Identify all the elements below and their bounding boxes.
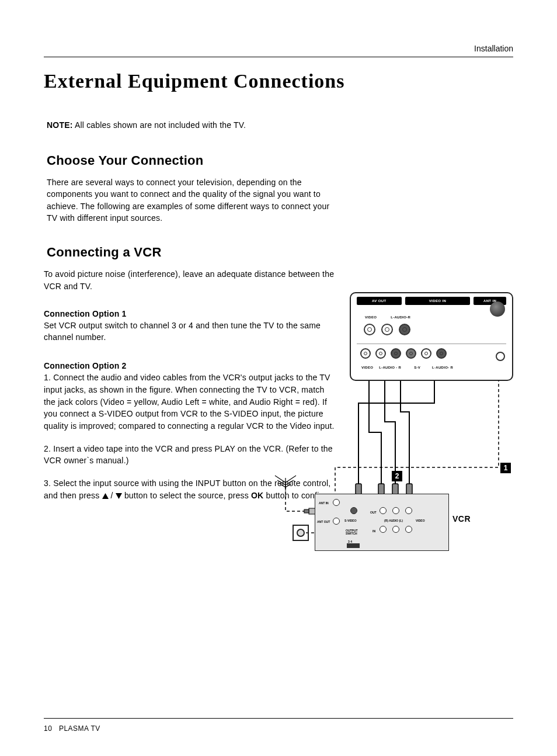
vcr-rear-panel: ANT IN ANT OUT S-VIDEO OUT IN (R) AUDIO …: [315, 494, 449, 551]
lbl-video-in: VIDEO: [361, 366, 373, 369]
vcr-svideo-port-icon: [350, 507, 357, 514]
svideo-jack-icon: [406, 348, 416, 359]
lbl-laudior-in: L-AUDIO - R: [379, 366, 401, 369]
page-footer: 10 PLASMA TV: [44, 718, 513, 733]
tv-rear-panel: AV OUT VIDEO IN ANT IN VIDEO L-AUDIO-R: [350, 292, 513, 381]
choose-body: There are several ways to connect your t…: [47, 176, 333, 224]
tv-in-jacks: [360, 348, 447, 359]
product-name: PLASMA TV: [59, 724, 100, 733]
jack-icon: [381, 324, 393, 335]
note-line: NOTE: All cables shown are not included …: [47, 120, 513, 130]
page-number: 10: [44, 724, 52, 733]
vcr-heading: Connecting a VCR: [47, 245, 513, 260]
vcr-port-icon: [405, 526, 412, 533]
header-section-label: Installation: [44, 44, 513, 53]
vcr-switch-label: OUTPUT SWITCH: [346, 529, 358, 535]
lbl-laudior-2: L-AUDIO- R: [432, 366, 453, 369]
tv-avout-label: AV OUT: [357, 297, 402, 305]
svg-rect-5: [406, 484, 412, 494]
note-text: All cables shown are not included with t…: [73, 120, 246, 130]
jack-icon: [421, 348, 431, 359]
down-triangle-icon: [116, 490, 122, 502]
choose-heading: Choose Your Connection: [47, 153, 513, 168]
svg-rect-4: [392, 484, 398, 494]
badge-1: 1: [500, 463, 511, 473]
note-prefix: NOTE:: [47, 120, 73, 130]
vcr-name: VCR: [452, 514, 541, 523]
manual-page: Installation External Equipment Connecti…: [0, 0, 557, 756]
vcr-in-label: IN: [373, 529, 375, 533]
vcr-port-icon: [392, 507, 399, 514]
vcr-port-icon: [333, 518, 340, 525]
lbl-laudior-out: L-AUDIO-R: [391, 315, 410, 319]
tv-inner-rule: [357, 344, 506, 344]
connection-diagram: AV OUT VIDEO IN ANT IN VIDEO L-AUDIO-R: [268, 292, 513, 561]
vcr-video-label: VIDEO: [416, 519, 425, 522]
up-triangle-icon: [102, 490, 109, 502]
wall-outlet-icon: [293, 525, 309, 541]
antenna-jack-icon: [490, 301, 505, 317]
svg-line-10: [286, 480, 294, 485]
ok-label: OK: [251, 491, 263, 500]
tv-top-labels: AV OUT VIDEO IN ANT IN: [357, 297, 506, 305]
jack-icon: [436, 348, 447, 359]
svg-line-9: [277, 480, 286, 485]
vcr-svideo-label: S-VIDEO: [344, 519, 357, 522]
row1-labels: VIDEO L-AUDIO-R: [365, 315, 410, 319]
vcr-antin-label: ANT IN: [319, 501, 329, 505]
vcr-port-icon: [380, 526, 387, 533]
page-title: External Equipment Connections: [44, 70, 513, 92]
jack-icon: [364, 324, 375, 335]
vcr-audio-label: (R) AUDIO (L): [384, 519, 403, 522]
vcr-port-icon: [333, 499, 340, 506]
lbl-video-out: VIDEO: [365, 315, 377, 319]
footer-text: 10 PLASMA TV: [44, 724, 513, 733]
svg-rect-14: [304, 509, 309, 513]
svg-rect-2: [356, 484, 361, 494]
tv-videoin-label: VIDEO IN: [405, 297, 471, 305]
svg-marker-1: [116, 493, 122, 499]
vcr-port-icon: [380, 507, 387, 514]
tv-out-jacks: [364, 324, 410, 335]
coax-jack-icon: [297, 529, 305, 537]
vcr-out-label: OUT: [370, 511, 377, 514]
header-rule: [44, 57, 513, 57]
badge-2: 2: [392, 471, 402, 481]
vcr-port-icon: [392, 526, 399, 533]
footer-rule: [44, 718, 513, 719]
vcr-switch-icon: [347, 543, 360, 548]
headphone-jack-icon: [496, 352, 505, 361]
jack-icon: [391, 348, 401, 359]
vcr-intro: To avoid picture noise (interference), l…: [44, 268, 336, 292]
opt2-p3b: button to select the source, press: [122, 491, 251, 500]
svg-marker-0: [102, 493, 109, 499]
vcr-antout-label: ANT OUT: [317, 520, 330, 523]
lbl-sv: S-V: [414, 366, 420, 369]
jack-icon: [399, 324, 410, 335]
vcr-port-icon: [405, 507, 412, 514]
svg-rect-3: [378, 484, 384, 494]
jack-icon: [360, 348, 371, 359]
jack-icon: [375, 348, 386, 359]
row2-labels: VIDEO L-AUDIO - R S-V L-AUDIO- R: [361, 366, 453, 369]
